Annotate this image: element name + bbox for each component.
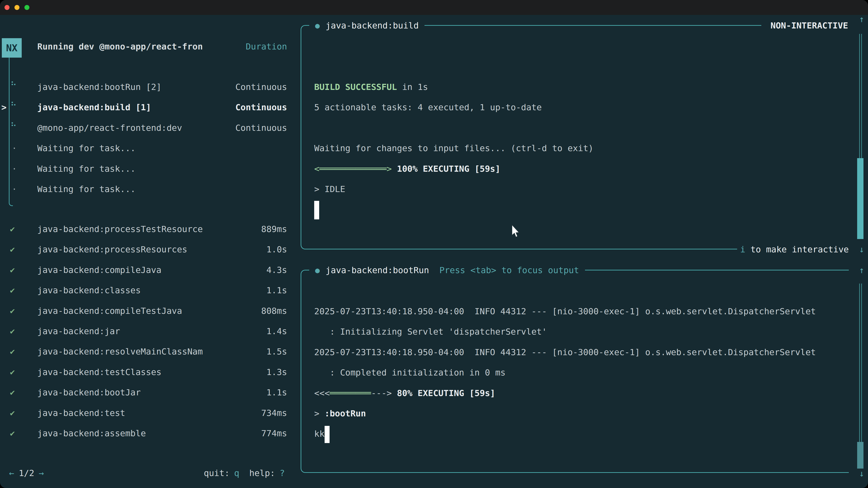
check-icon: ✔ (10, 260, 15, 280)
task-duration: 1.3s (266, 362, 287, 382)
task-status: Continuous (235, 77, 287, 97)
task-row[interactable]: > · Waiting for task... (0, 159, 301, 179)
minimize-button[interactable] (14, 5, 20, 10)
task-row[interactable]: ✔ java-backend:test 734ms (0, 403, 301, 423)
text-segment: > (314, 409, 324, 418)
check-icon: ✔ (10, 382, 15, 402)
check-icon: ✔ (10, 301, 15, 321)
scroll-down-icon[interactable]: ↓ (855, 463, 868, 484)
build-output-pane[interactable] (301, 25, 761, 250)
task-dot-icon: ● (315, 260, 320, 281)
task-state-icon: ⠓ (10, 75, 17, 95)
task-row[interactable]: ✔ java-backend:resolveMainClassNam 1.5s (0, 341, 301, 362)
task-row[interactable]: ✔ java-backend:processResources 1.0s (0, 239, 301, 260)
task-label: java-backend:resolveMainClassNam (37, 341, 203, 362)
task-state-icon: ⠓ (10, 95, 17, 116)
text-segment (392, 388, 397, 398)
task-row[interactable]: > · Waiting for task... (0, 179, 301, 199)
task-label: java-backend:test (37, 403, 125, 423)
shortcut-hints: quit: q help: ? (204, 463, 285, 483)
check-icon: ✔ (10, 219, 15, 239)
task-label: java-backend:testClasses (37, 362, 161, 382)
quit-label: quit: (204, 463, 229, 483)
terminal-line: Waiting for changes to input files... (c… (314, 138, 593, 158)
pagination: ← 1/2 → (9, 463, 44, 483)
task-label: Waiting for task... (37, 179, 135, 199)
task-row[interactable]: ✔ java-backend:classes 1.1s (0, 280, 301, 300)
task-label: java-backend:classes (37, 280, 141, 300)
task-duration: 889ms (261, 219, 287, 239)
sidebar-header: Running dev @mono-app/react-fron Duratio… (0, 36, 301, 57)
interactive-hint: i to make interactive (737, 239, 849, 260)
task-duration: 734ms (261, 403, 287, 423)
duration-column-header: Duration (246, 36, 287, 57)
terminal-line: > IDLE (314, 179, 345, 199)
scroll-up-icon[interactable]: ↑ (855, 9, 868, 29)
task-state-icon: ⠓ (10, 116, 17, 136)
zoom-button[interactable] (24, 5, 29, 10)
bottom-scrollbar-track[interactable] (859, 284, 862, 466)
top-scrollbar-thumb[interactable] (857, 158, 864, 239)
task-label: Waiting for task... (37, 159, 135, 179)
quit-key[interactable]: q (234, 463, 239, 483)
text-segment: in 1s (397, 82, 428, 92)
text-segment: > IDLE (314, 184, 345, 194)
page-prev-icon[interactable]: ← (9, 463, 14, 483)
terminal-line: 5 actionable tasks: 4 executed, 1 up-to-… (314, 97, 542, 118)
check-icon: ✔ (10, 280, 15, 300)
terminal-line: <<<════════---> 80% EXECUTING [59s] (314, 383, 495, 403)
text-segment: BUILD SUCCESSFUL (314, 82, 397, 92)
task-row[interactable]: ✔ java-backend:assemble 774ms (0, 423, 301, 444)
text-segment: : Completed initialization in 0 ms (314, 367, 505, 378)
text-segment: : Initializing Servlet 'dispatcherServle… (314, 327, 547, 337)
terminal-line: > :bootRun (314, 403, 366, 424)
task-row[interactable]: ✔ java-backend:bootJar 1.1s (0, 382, 301, 402)
terminal-line: 2025-07-23T13:40:18.950-04:00 INFO 44312… (314, 301, 816, 322)
check-icon: ✔ (10, 321, 15, 341)
title-bar[interactable] (0, 0, 868, 15)
task-row[interactable]: > · Waiting for task... (0, 138, 301, 158)
terminal-line (314, 199, 319, 220)
check-icon: ✔ (10, 403, 15, 423)
task-duration: 1.1s (266, 382, 287, 402)
text-segment: <<< (314, 388, 330, 398)
task-label: java-backend:bootRun [2] (37, 77, 161, 97)
task-row[interactable]: ✔ java-backend:jar 1.4s (0, 321, 301, 341)
text-segment: <═════════════> (314, 164, 392, 174)
task-state-icon: · (12, 159, 17, 179)
check-icon: ✔ (10, 362, 15, 382)
task-duration: 774ms (261, 423, 287, 444)
task-row[interactable]: ✔ java-backend:processTestResource 889ms (0, 219, 301, 239)
terminal-window: NX Running dev @mono-app/react-fron Dura… (0, 0, 868, 488)
scroll-down-icon[interactable]: ↓ (855, 239, 868, 260)
task-duration: 1.5s (266, 341, 287, 362)
interactive-hint-key[interactable]: i (740, 239, 745, 260)
page-next-icon[interactable]: → (39, 463, 44, 483)
task-row[interactable]: ✔ java-backend:compileJava 4.3s (0, 260, 301, 280)
terminal-line: 2025-07-23T13:40:18.950-04:00 INFO 44312… (314, 342, 816, 362)
text-segment: 100% EXECUTING [59s] (397, 164, 500, 174)
task-row[interactable]: > ⠓ java-backend:build [1] Continuous (0, 97, 301, 118)
scroll-up-icon[interactable]: ↑ (855, 260, 868, 281)
focus-output-hint: Press <tab> to focus output (439, 265, 579, 275)
completed-task-list: ✔ java-backend:processTestResource 889ms… (0, 219, 301, 447)
task-row[interactable]: ✔ java-backend:compileTestJava 808ms (0, 301, 301, 321)
task-row[interactable]: > ⠓ java-backend:bootRun [2] Continuous (0, 77, 301, 97)
close-button[interactable] (4, 5, 9, 10)
bottom-pane-title-text: java-backend:bootRun (326, 265, 429, 275)
bottom-pane-header: ● java-backend:bootRun Press <tab> to fo… (309, 260, 585, 281)
task-label: java-backend:build [1] (37, 97, 151, 118)
top-pane-title: java-backend:build (326, 15, 418, 36)
help-key[interactable]: ? (280, 463, 285, 483)
task-label: java-backend:compileTestJava (37, 301, 182, 321)
task-row[interactable]: > ⠓ @mono-app/react-frontend:dev Continu… (0, 118, 301, 138)
selection-caret-icon: > (1, 97, 6, 118)
text-segment: 2025-07-23T13:40:18.950-04:00 INFO 44312… (314, 347, 816, 357)
task-label: @mono-app/react-frontend:dev (37, 118, 182, 138)
task-label: java-backend:assemble (37, 423, 146, 444)
text-segment: 5 actionable tasks: 4 executed, 1 up-to-… (314, 102, 542, 112)
non-interactive-badge: NON-INTERACTIVE (765, 15, 848, 36)
sidebar-title: Running dev @mono-app/react-fron (37, 36, 203, 57)
text-segment: 80% EXECUTING [59s] (397, 388, 495, 398)
task-row[interactable]: ✔ java-backend:testClasses 1.3s (0, 362, 301, 382)
